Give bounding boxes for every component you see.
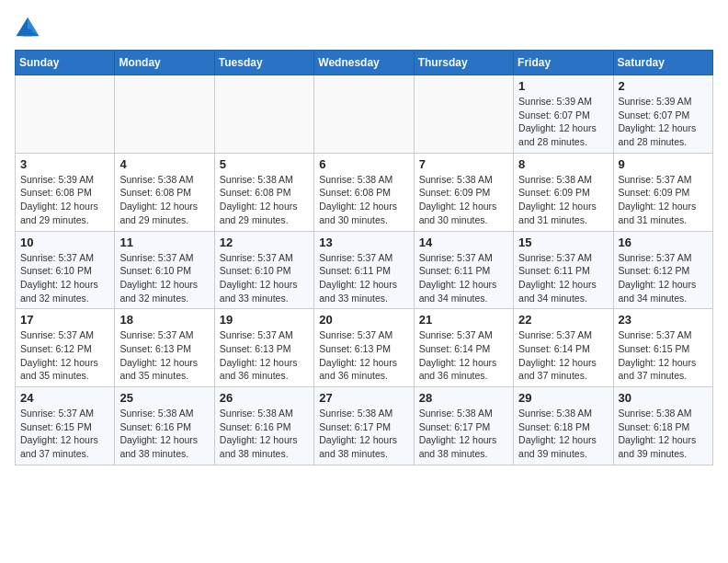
day-info: Sunrise: 5:37 AM Sunset: 6:11 PM Dayligh… [518,251,608,305]
calendar-cell: 11Sunrise: 5:37 AM Sunset: 6:10 PM Dayli… [115,231,214,309]
day-info: Sunrise: 5:37 AM Sunset: 6:10 PM Dayligh… [119,251,209,305]
calendar-body: 1Sunrise: 5:39 AM Sunset: 6:07 PM Daylig… [16,75,713,465]
day-number: 7 [419,157,508,171]
day-info: Sunrise: 5:37 AM Sunset: 6:12 PM Dayligh… [619,251,708,305]
day-info: Sunrise: 5:39 AM Sunset: 6:07 PM Dayligh… [619,95,708,149]
day-number: 29 [518,391,608,405]
day-number: 2 [619,79,708,93]
weekday-header-wednesday: Wednesday [314,51,414,75]
calendar-cell: 5Sunrise: 5:38 AM Sunset: 6:08 PM Daylig… [214,153,313,231]
calendar-cell [115,75,214,154]
calendar-week-4: 24Sunrise: 5:37 AM Sunset: 6:15 PM Dayli… [16,387,713,465]
day-number: 11 [119,236,209,249]
calendar-week-2: 10Sunrise: 5:37 AM Sunset: 6:10 PM Dayli… [16,231,713,309]
weekday-header-monday: Monday [115,51,214,75]
calendar-cell: 30Sunrise: 5:38 AM Sunset: 6:18 PM Dayli… [613,387,712,465]
calendar-cell: 7Sunrise: 5:38 AM Sunset: 6:09 PM Daylig… [414,153,513,231]
calendar-cell: 27Sunrise: 5:38 AM Sunset: 6:17 PM Dayli… [314,387,414,465]
day-info: Sunrise: 5:37 AM Sunset: 6:11 PM Dayligh… [319,251,408,305]
calendar-cell: 2Sunrise: 5:39 AM Sunset: 6:07 PM Daylig… [613,75,712,154]
day-number: 14 [419,236,508,249]
day-number: 25 [119,391,209,405]
calendar-cell: 16Sunrise: 5:37 AM Sunset: 6:12 PM Dayli… [613,231,712,309]
calendar-cell: 18Sunrise: 5:37 AM Sunset: 6:13 PM Dayli… [115,309,214,387]
calendar-cell [214,75,313,154]
calendar-cell: 13Sunrise: 5:37 AM Sunset: 6:11 PM Dayli… [314,231,414,309]
day-number: 1 [518,79,608,93]
svg-rect-2 [23,29,31,37]
day-info: Sunrise: 5:38 AM Sunset: 6:18 PM Dayligh… [619,407,708,461]
calendar-table: SundayMondayTuesdayWednesdayThursdayFrid… [15,50,713,465]
day-number: 16 [619,236,708,249]
day-info: Sunrise: 5:37 AM Sunset: 6:13 PM Dayligh… [119,328,209,383]
calendar-cell: 19Sunrise: 5:37 AM Sunset: 6:13 PM Dayli… [214,309,313,387]
calendar-week-1: 3Sunrise: 5:39 AM Sunset: 6:08 PM Daylig… [16,153,713,231]
calendar-cell: 17Sunrise: 5:37 AM Sunset: 6:12 PM Dayli… [16,309,115,387]
day-info: Sunrise: 5:38 AM Sunset: 6:17 PM Dayligh… [319,407,408,461]
day-info: Sunrise: 5:38 AM Sunset: 6:08 PM Dayligh… [319,173,408,227]
day-info: Sunrise: 5:38 AM Sunset: 6:08 PM Dayligh… [119,173,209,227]
day-info: Sunrise: 5:37 AM Sunset: 6:14 PM Dayligh… [419,328,508,383]
day-number: 6 [319,157,408,171]
page-header [15,15,713,40]
day-number: 22 [518,313,608,327]
day-info: Sunrise: 5:37 AM Sunset: 6:12 PM Dayligh… [20,328,109,383]
day-number: 23 [619,313,708,327]
calendar-cell: 21Sunrise: 5:37 AM Sunset: 6:14 PM Dayli… [414,309,513,387]
calendar-cell: 29Sunrise: 5:38 AM Sunset: 6:18 PM Dayli… [514,387,613,465]
day-info: Sunrise: 5:37 AM Sunset: 6:13 PM Dayligh… [319,328,408,383]
weekday-header-tuesday: Tuesday [214,51,313,75]
day-number: 21 [419,313,508,327]
day-number: 3 [20,157,109,171]
day-number: 5 [220,157,309,171]
weekday-header-row: SundayMondayTuesdayWednesdayThursdayFrid… [16,51,713,75]
calendar-cell: 14Sunrise: 5:37 AM Sunset: 6:11 PM Dayli… [414,231,513,309]
day-number: 8 [518,157,608,171]
day-info: Sunrise: 5:37 AM Sunset: 6:15 PM Dayligh… [619,328,708,383]
day-number: 20 [319,313,408,327]
day-info: Sunrise: 5:38 AM Sunset: 6:17 PM Dayligh… [419,407,508,461]
day-info: Sunrise: 5:38 AM Sunset: 6:16 PM Dayligh… [119,407,209,461]
calendar-header: SundayMondayTuesdayWednesdayThursdayFrid… [16,51,713,75]
day-info: Sunrise: 5:38 AM Sunset: 6:18 PM Dayligh… [518,407,608,461]
calendar-cell: 26Sunrise: 5:38 AM Sunset: 6:16 PM Dayli… [214,387,313,465]
day-number: 9 [619,157,708,171]
logo [15,15,44,40]
day-number: 30 [619,391,708,405]
calendar-cell [314,75,414,154]
calendar-cell: 3Sunrise: 5:39 AM Sunset: 6:08 PM Daylig… [16,153,115,231]
day-number: 27 [319,391,408,405]
weekday-header-friday: Friday [514,51,613,75]
day-info: Sunrise: 5:37 AM Sunset: 6:10 PM Dayligh… [20,251,109,305]
weekday-header-thursday: Thursday [414,51,513,75]
calendar-cell: 22Sunrise: 5:37 AM Sunset: 6:14 PM Dayli… [514,309,613,387]
day-number: 18 [119,313,209,327]
calendar-cell: 28Sunrise: 5:38 AM Sunset: 6:17 PM Dayli… [414,387,513,465]
calendar-cell: 4Sunrise: 5:38 AM Sunset: 6:08 PM Daylig… [115,153,214,231]
day-info: Sunrise: 5:38 AM Sunset: 6:09 PM Dayligh… [419,173,508,227]
day-info: Sunrise: 5:39 AM Sunset: 6:08 PM Dayligh… [20,173,109,227]
calendar-cell: 10Sunrise: 5:37 AM Sunset: 6:10 PM Dayli… [16,231,115,309]
day-info: Sunrise: 5:39 AM Sunset: 6:07 PM Dayligh… [518,95,608,149]
calendar-cell [414,75,513,154]
day-info: Sunrise: 5:37 AM Sunset: 6:13 PM Dayligh… [220,328,309,383]
day-info: Sunrise: 5:37 AM Sunset: 6:11 PM Dayligh… [419,251,508,305]
logo-icon [15,15,40,40]
day-number: 4 [119,157,209,171]
day-info: Sunrise: 5:38 AM Sunset: 6:16 PM Dayligh… [220,407,309,461]
day-info: Sunrise: 5:37 AM Sunset: 6:09 PM Dayligh… [619,173,708,227]
day-number: 28 [419,391,508,405]
calendar-cell: 15Sunrise: 5:37 AM Sunset: 6:11 PM Dayli… [514,231,613,309]
day-number: 15 [518,236,608,249]
day-number: 24 [20,391,109,405]
day-info: Sunrise: 5:38 AM Sunset: 6:08 PM Dayligh… [220,173,309,227]
calendar-cell: 25Sunrise: 5:38 AM Sunset: 6:16 PM Dayli… [115,387,214,465]
calendar-cell: 8Sunrise: 5:38 AM Sunset: 6:09 PM Daylig… [514,153,613,231]
day-info: Sunrise: 5:38 AM Sunset: 6:09 PM Dayligh… [518,173,608,227]
day-number: 13 [319,236,408,249]
day-number: 17 [20,313,109,327]
calendar-cell: 9Sunrise: 5:37 AM Sunset: 6:09 PM Daylig… [613,153,712,231]
calendar-cell: 12Sunrise: 5:37 AM Sunset: 6:10 PM Dayli… [214,231,313,309]
day-number: 26 [220,391,309,405]
day-info: Sunrise: 5:37 AM Sunset: 6:14 PM Dayligh… [518,328,608,383]
